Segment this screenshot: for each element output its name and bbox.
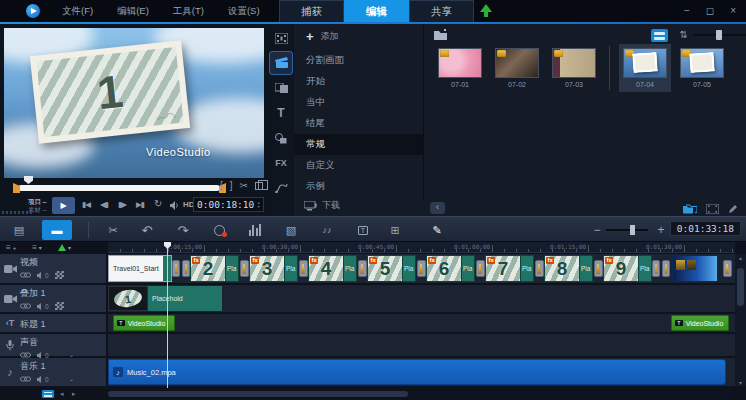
link-icon[interactable] bbox=[20, 303, 31, 309]
filmstrip-icon[interactable] bbox=[706, 204, 719, 214]
video-clip-ending[interactable] bbox=[672, 255, 718, 282]
clip-tag[interactable]: Pla bbox=[226, 255, 239, 282]
slider-thumb[interactable] bbox=[716, 30, 722, 40]
menu-item[interactable]: 设置(S) bbox=[228, 5, 260, 18]
sort-button[interactable]: ⇅ bbox=[680, 29, 688, 40]
project-mode-button[interactable]: 项目 – bbox=[28, 198, 46, 206]
category-item[interactable]: 示例 bbox=[294, 176, 423, 197]
prev-frame-button[interactable]: ◀▮ bbox=[100, 200, 108, 209]
link-icon[interactable] bbox=[20, 376, 31, 382]
template-thumbnail[interactable]: 07-04 bbox=[623, 48, 667, 88]
timeline-view-button[interactable]: ▬ bbox=[42, 220, 72, 240]
enlarge-preview-button[interactable] bbox=[255, 182, 263, 190]
transition-icon[interactable] bbox=[239, 255, 249, 282]
next-frame-button[interactable]: ▮▶ bbox=[118, 200, 126, 209]
category-item[interactable]: 开始 bbox=[294, 71, 423, 92]
track-volume[interactable]: 0 bbox=[37, 303, 49, 310]
slider-thumb[interactable] bbox=[630, 225, 635, 235]
vertical-scrollbar[interactable]: ▴ ▾ bbox=[735, 254, 746, 386]
mask-creator-button[interactable]: ✎ bbox=[424, 220, 450, 240]
video-clip-placeholder[interactable]: fx2 bbox=[190, 255, 226, 282]
chapter-marker[interactable] bbox=[24, 176, 33, 184]
instant-project-button[interactable]: ▧ bbox=[278, 220, 304, 240]
split-clip-button[interactable]: ✂ bbox=[240, 180, 248, 191]
scroll-up-button[interactable]: ▴ bbox=[735, 254, 746, 261]
timecode-stepper[interactable]: ▴▾ bbox=[257, 201, 260, 209]
transition-icon[interactable] bbox=[593, 255, 603, 282]
title-library-button[interactable]: T bbox=[270, 102, 292, 124]
video-clip-placeholder[interactable]: fx7 bbox=[485, 255, 521, 282]
title-clip[interactable]: T VideoStudio bbox=[113, 315, 175, 331]
template-thumbnail[interactable]: 07-05 bbox=[680, 48, 724, 88]
scrollbar-thumb[interactable] bbox=[737, 268, 744, 306]
link-icon[interactable] bbox=[20, 272, 31, 278]
media-library-button[interactable] bbox=[270, 27, 292, 49]
transition-icon[interactable] bbox=[416, 255, 426, 282]
sound-mixer-button[interactable] bbox=[242, 220, 268, 240]
home-button[interactable]: ▮◀ bbox=[82, 200, 90, 209]
redo-button[interactable]: ↷ bbox=[170, 220, 196, 240]
multicam-editor-button[interactable]: ⊞ bbox=[382, 220, 408, 240]
playhead[interactable] bbox=[167, 242, 168, 388]
voice-track-lane[interactable] bbox=[108, 334, 735, 356]
transition-library-button[interactable] bbox=[270, 77, 292, 99]
end-button[interactable]: ▶▮ bbox=[136, 200, 144, 209]
add-folder-icon[interactable] bbox=[434, 29, 449, 41]
timeline-ruler[interactable]: 0:00:15:000:00:30:000:00:45:000:01:00:00… bbox=[108, 242, 735, 253]
menu-item[interactable]: 工具(T) bbox=[173, 5, 204, 18]
template-thumbnail[interactable]: 07-02 bbox=[495, 48, 539, 88]
subtitle-editor-button[interactable]: T bbox=[350, 220, 376, 240]
clip-tag[interactable]: Pla bbox=[344, 255, 357, 282]
track-manager-button[interactable]: ≡+ bbox=[6, 243, 16, 252]
overlay-clip[interactable]: Placehold bbox=[148, 286, 222, 311]
track-header-title[interactable]: ‹T 标题 1 bbox=[0, 314, 106, 332]
clip-tag[interactable]: Pla bbox=[285, 255, 298, 282]
video-clip-placeholder[interactable]: fx5 bbox=[367, 255, 403, 282]
transition-icon[interactable] bbox=[534, 255, 544, 282]
clip-tag[interactable]: Pla bbox=[462, 255, 475, 282]
title-track-lane[interactable]: T VideoStudio T VideoStudio bbox=[108, 314, 735, 332]
music-clip[interactable]: ♪ Music_02.mpa bbox=[108, 359, 726, 385]
volume-icon[interactable] bbox=[170, 201, 179, 210]
category-item[interactable]: 常规 bbox=[294, 134, 423, 155]
editing-tools-button[interactable]: ✂ bbox=[100, 220, 126, 240]
template-thumbnail[interactable]: 07-03 bbox=[552, 48, 596, 88]
clip-tag[interactable]: Pla bbox=[521, 255, 534, 282]
chevron-down-icon[interactable]: ⌄ bbox=[69, 375, 74, 383]
preview-viewport[interactable]: 1 VideoStudio bbox=[4, 28, 264, 178]
mode-tab[interactable]: 捕获 bbox=[279, 0, 344, 22]
transition-icon[interactable] bbox=[172, 255, 190, 282]
play-button[interactable]: ▶ bbox=[52, 197, 75, 214]
ripple-editing-button[interactable]: ▾ bbox=[58, 244, 71, 251]
video-track-lane[interactable]: Travel01_Startfx2Plafx3Plafx4Plafx5Plafx… bbox=[108, 254, 735, 283]
upgrade-arrow-icon[interactable] bbox=[480, 4, 492, 18]
graphic-library-button[interactable] bbox=[270, 127, 292, 149]
track-header-voice[interactable]: 声音 0 ⌄ bbox=[0, 334, 106, 356]
edit-pen-icon[interactable] bbox=[728, 204, 738, 214]
horizontal-scrollbar[interactable] bbox=[108, 391, 735, 397]
video-clip-placeholder[interactable]: fx9 bbox=[603, 255, 639, 282]
music-track-lane[interactable]: ♪ Music_02.mpa bbox=[108, 358, 735, 386]
track-height-button[interactable] bbox=[42, 390, 54, 398]
project-duration-timecode[interactable]: 0:01:33:18 bbox=[670, 221, 741, 236]
motion-path-library-button[interactable] bbox=[270, 177, 292, 199]
menu-item[interactable]: 文件(F) bbox=[62, 5, 93, 18]
transition-icon[interactable] bbox=[475, 255, 485, 282]
clip-tag[interactable]: Pla bbox=[580, 255, 593, 282]
category-item[interactable]: 自定义 bbox=[294, 155, 423, 176]
scroll-right-button[interactable]: ▸ bbox=[72, 390, 76, 398]
transparency-icon[interactable] bbox=[55, 302, 64, 310]
storyboard-view-button[interactable]: ▤ bbox=[6, 220, 32, 240]
preview-timecode[interactable]: 0:00:18:10 ▴▾ bbox=[193, 197, 264, 212]
minimize-button[interactable]: − bbox=[684, 2, 690, 20]
transition-icon[interactable] bbox=[357, 255, 367, 282]
template-thumbnail[interactable]: 07-01 bbox=[438, 48, 482, 88]
transition-icon[interactable] bbox=[298, 255, 308, 282]
track-header-video[interactable]: 视频 0 bbox=[0, 254, 106, 283]
clip-tag[interactable]: Pla bbox=[639, 255, 652, 282]
list-view-toggle-button[interactable] bbox=[651, 29, 668, 42]
video-clip-placeholder[interactable]: fx8 bbox=[544, 255, 580, 282]
loop-button[interactable]: ↻ bbox=[154, 198, 162, 209]
scrubber-bar[interactable] bbox=[18, 185, 220, 191]
category-item[interactable]: 当中 bbox=[294, 92, 423, 113]
